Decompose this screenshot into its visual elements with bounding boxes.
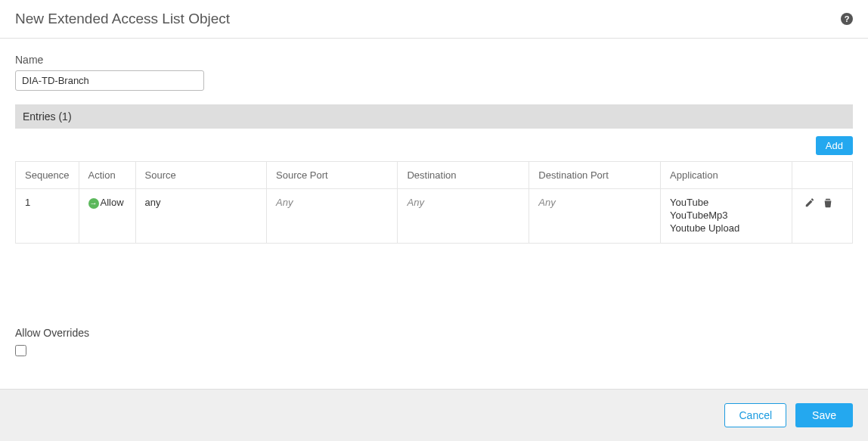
- application-item: Youtube Upload: [670, 222, 783, 235]
- application-item: YouTubeMp3: [670, 210, 783, 222]
- col-tools: [792, 162, 853, 189]
- cell-destination: Any: [398, 189, 529, 244]
- allow-icon: →: [88, 198, 99, 209]
- edit-icon[interactable]: [804, 197, 817, 210]
- col-source-port: Source Port: [267, 162, 398, 189]
- cancel-button[interactable]: Cancel: [724, 403, 786, 427]
- col-source: Source: [135, 162, 266, 189]
- cell-source: any: [135, 189, 266, 244]
- dialog-title: New Extended Access List Object: [15, 11, 230, 27]
- col-action: Action: [79, 162, 135, 189]
- entries-table: Sequence Action Source Source Port Desti…: [15, 161, 853, 244]
- action-text: Allow: [101, 197, 124, 208]
- col-application: Application: [661, 162, 792, 189]
- entries-section-header: Entries (1): [15, 104, 853, 129]
- dialog-header: New Extended Access List Object ?: [0, 0, 868, 39]
- name-input[interactable]: [15, 70, 204, 91]
- dialog-body: Name Entries (1) Add Sequence Action Sou…: [0, 39, 868, 389]
- dialog-footer: Cancel Save: [0, 389, 868, 441]
- table-row[interactable]: 1 →Allow any Any Any Any YouTube YouTube…: [16, 189, 853, 244]
- cell-destination-port: Any: [529, 189, 661, 244]
- application-item: YouTube: [670, 197, 783, 210]
- cell-sequence: 1: [16, 189, 79, 244]
- overrides-section: Allow Overrides: [15, 327, 853, 359]
- overrides-checkbox[interactable]: [15, 345, 26, 356]
- name-label: Name: [15, 54, 853, 66]
- col-destination-port: Destination Port: [529, 162, 661, 189]
- cell-action: →Allow: [79, 189, 135, 244]
- cell-source-port: Any: [267, 189, 398, 244]
- overrides-label: Allow Overrides: [15, 327, 853, 339]
- col-sequence: Sequence: [16, 162, 79, 189]
- help-icon[interactable]: ?: [841, 13, 853, 25]
- delete-icon[interactable]: [823, 197, 835, 210]
- save-button[interactable]: Save: [795, 403, 853, 427]
- cell-application: YouTube YouTubeMp3 Youtube Upload: [661, 189, 792, 244]
- col-destination: Destination: [398, 162, 529, 189]
- add-button[interactable]: Add: [816, 136, 853, 155]
- cell-tools: [792, 189, 853, 244]
